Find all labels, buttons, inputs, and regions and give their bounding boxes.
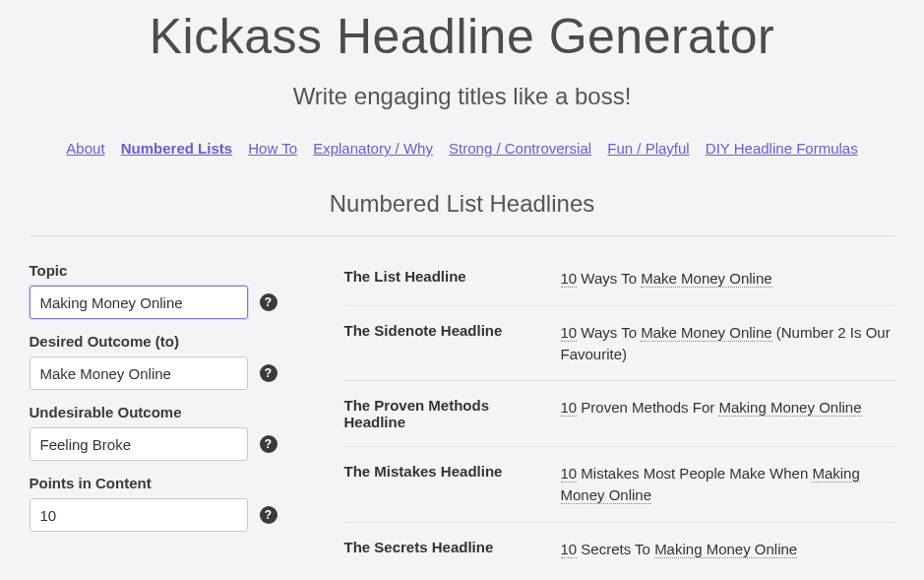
result-secrets-headline: The Secrets Headline 10 Secrets To Makin…	[344, 523, 895, 576]
main-nav: About Numbered Lists How To Explanatory …	[20, 140, 905, 157]
result-label: The Proven Methods Headline	[344, 397, 561, 430]
divider	[30, 235, 895, 236]
nav-how-to[interactable]: How To	[248, 140, 297, 157]
nav-fun[interactable]: Fun / Playful	[607, 140, 689, 157]
help-icon[interactable]: ?	[260, 506, 277, 524]
help-icon[interactable]: ?	[260, 364, 277, 382]
help-icon[interactable]: ?	[260, 293, 277, 311]
nav-about[interactable]: About	[66, 140, 104, 157]
result-label: The List Headline	[344, 268, 561, 285]
nav-diy[interactable]: DIY Headline Formulas	[706, 140, 858, 157]
result-list-headline: The List Headline 10 Ways To Make Money …	[344, 264, 895, 306]
result-proven-headline: The Proven Methods Headline 10 Proven Me…	[344, 381, 895, 447]
result-value: 10 Secrets To Making Money Online	[561, 539, 895, 560]
result-label: The Sidenote Headline	[344, 322, 561, 339]
form-column: Topic ? Desired Outcome (to) ? Undesirab…	[30, 262, 315, 576]
topic-input[interactable]	[30, 286, 248, 319]
outcome-label: Desired Outcome (to)	[30, 333, 315, 350]
tagline: Write engaging titles like a boss!	[20, 83, 905, 110]
undesirable-label: Undesirable Outcome	[30, 404, 315, 420]
topic-label: Topic	[30, 262, 315, 279]
content-area: Topic ? Desired Outcome (to) ? Undesirab…	[20, 262, 905, 576]
result-value: 10 Mistakes Most People Make When Making…	[561, 463, 895, 506]
points-label: Points in Content	[30, 475, 315, 491]
result-sidenote-headline: The Sidenote Headline 10 Ways To Make Mo…	[344, 306, 895, 382]
results-column: The List Headline 10 Ways To Make Money …	[344, 262, 895, 576]
result-value: 10 Ways To Make Money Online	[561, 268, 895, 290]
result-mistakes-headline: The Mistakes Headline 10 Mistakes Most P…	[344, 447, 895, 523]
outcome-input[interactable]	[30, 356, 248, 390]
nav-explanatory[interactable]: Explanatory / Why	[313, 140, 433, 157]
nav-strong[interactable]: Strong / Controversial	[449, 140, 591, 157]
section-title: Numbered List Headlines	[20, 190, 905, 218]
undesirable-input[interactable]	[30, 427, 248, 461]
result-value: 10 Proven Methods For Making Money Onlin…	[561, 397, 895, 419]
page-title: Kickass Headline Generator	[20, 8, 905, 65]
nav-numbered-lists[interactable]: Numbered Lists	[121, 140, 232, 157]
help-icon[interactable]: ?	[260, 435, 277, 453]
result-value: 10 Ways To Make Money Online (Number 2 I…	[561, 322, 895, 365]
result-label: The Secrets Headline	[344, 539, 561, 555]
points-input[interactable]	[30, 498, 248, 532]
result-label: The Mistakes Headline	[344, 463, 561, 480]
